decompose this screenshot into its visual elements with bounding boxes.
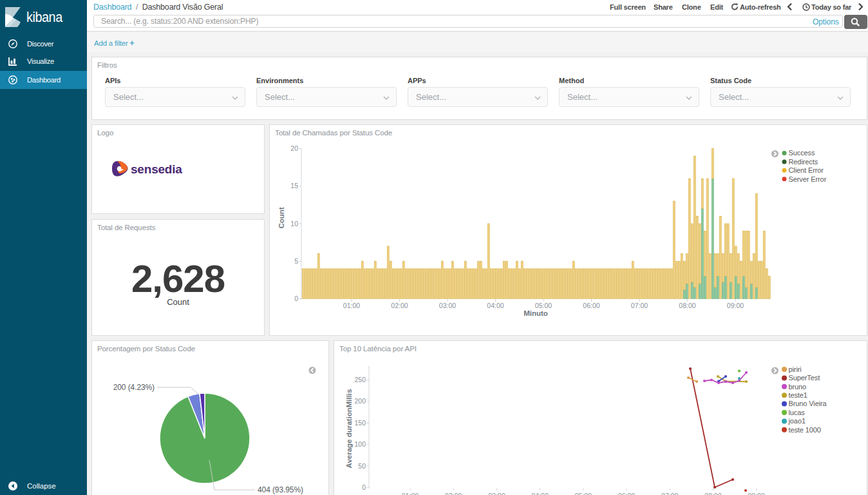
svg-text:04:00: 04:00 — [487, 302, 504, 309]
svg-text:Minuto: Minuto — [524, 309, 548, 317]
svg-text:piriri: piriri — [789, 365, 802, 373]
svg-text:250: 250 — [354, 376, 366, 383]
svg-text:teste1: teste1 — [789, 391, 807, 399]
svg-text:lucas: lucas — [789, 409, 806, 416]
svg-text:04:00: 04:00 — [531, 492, 548, 495]
svg-text:08:00: 08:00 — [704, 492, 721, 495]
svg-text:50: 50 — [358, 462, 366, 470]
svg-text:200 (4.23%): 200 (4.23%) — [113, 383, 155, 392]
svg-text:joao1: joao1 — [788, 417, 806, 425]
svg-text:06:00: 06:00 — [618, 492, 635, 495]
svg-text:Success: Success — [789, 149, 815, 157]
svg-text:01:00: 01:00 — [343, 302, 360, 309]
svg-text:03:00: 03:00 — [439, 302, 456, 309]
svg-text:150: 150 — [354, 419, 366, 427]
svg-text:teste 1000: teste 1000 — [789, 426, 821, 434]
svg-text:02:00: 02:00 — [445, 492, 462, 495]
svg-text:200: 200 — [354, 397, 366, 405]
svg-text:SuperTest: SuperTest — [789, 374, 820, 382]
svg-text:05:00: 05:00 — [535, 302, 552, 309]
svg-text:20: 20 — [290, 144, 298, 152]
svg-text:09:00: 09:00 — [727, 302, 744, 309]
svg-text:03:00: 03:00 — [488, 492, 505, 495]
svg-text:100: 100 — [354, 440, 366, 448]
svg-text:Bruno Vieira: Bruno Vieira — [789, 400, 827, 407]
svg-text:Count: Count — [278, 207, 285, 228]
svg-text:08:00: 08:00 — [679, 302, 695, 309]
svg-text:05:00: 05:00 — [575, 492, 592, 495]
svg-text:0: 0 — [362, 483, 366, 491]
svg-text:15: 15 — [290, 182, 298, 189]
svg-text:Client Error: Client Error — [789, 166, 824, 174]
svg-text:07:00: 07:00 — [631, 302, 648, 309]
svg-text:404 (93.95%): 404 (93.95%) — [258, 485, 303, 494]
svg-text:Redirects: Redirects — [789, 158, 818, 166]
svg-text:09:00: 09:00 — [748, 492, 764, 495]
svg-text:06:00: 06:00 — [583, 302, 599, 309]
svg-text:Server Error: Server Error — [789, 175, 827, 183]
svg-text:02:00: 02:00 — [391, 302, 408, 309]
svg-text:0: 0 — [294, 295, 298, 302]
svg-text:Average durationMillis: Average durationMillis — [345, 389, 353, 469]
svg-text:10: 10 — [290, 220, 298, 228]
svg-text:bruno: bruno — [789, 383, 807, 391]
svg-text:01:00: 01:00 — [402, 492, 419, 495]
svg-text:5: 5 — [294, 257, 298, 265]
svg-text:07:00: 07:00 — [661, 492, 678, 495]
